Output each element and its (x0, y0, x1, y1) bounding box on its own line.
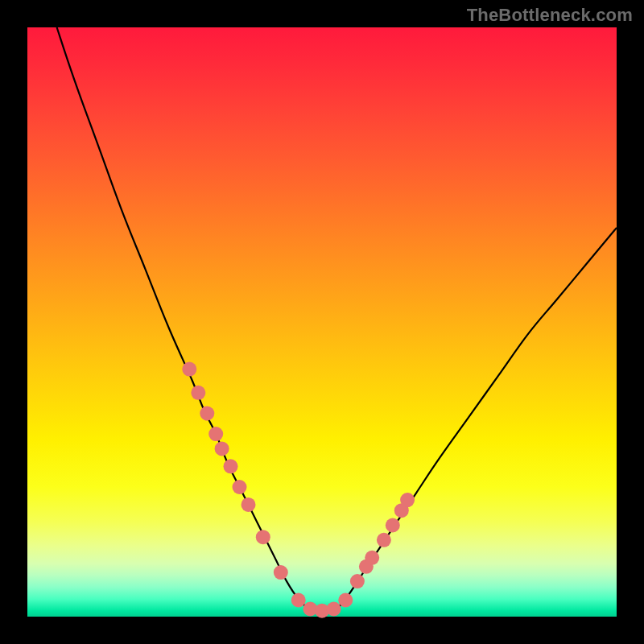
marker-point (327, 602, 341, 617)
marker-point (291, 593, 306, 608)
marker-point (350, 574, 365, 588)
marker-point (400, 493, 415, 507)
bottleneck-curve (57, 27, 617, 612)
watermark-text: TheBottleneck.com (467, 5, 633, 26)
marker-point (338, 593, 353, 608)
marker-point (365, 551, 379, 565)
marker-point (377, 533, 391, 547)
marker-point (224, 459, 238, 473)
marker-point (191, 386, 205, 400)
marker-point (200, 407, 214, 421)
plot-area (27, 27, 617, 617)
marker-point (256, 530, 270, 544)
marker-point (182, 362, 196, 377)
curve-layer (27, 27, 617, 617)
marker-point (274, 565, 288, 580)
marker-point (208, 427, 223, 441)
chart-frame: TheBottleneck.com (0, 0, 644, 644)
marker-point (233, 480, 247, 494)
marker-point (215, 441, 229, 456)
marker-point (386, 518, 400, 533)
marker-point (242, 497, 256, 512)
marker-group (182, 362, 415, 618)
